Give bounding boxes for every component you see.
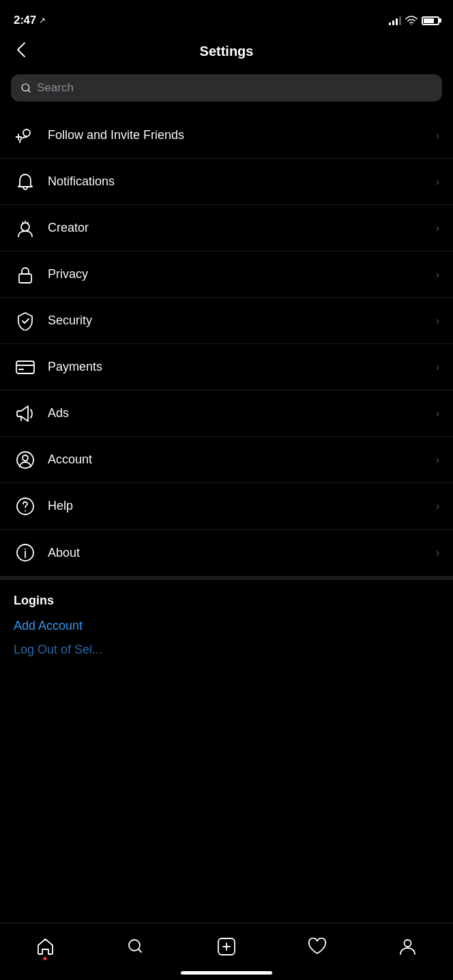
nav-item-add[interactable] [217, 937, 236, 956]
bell-icon [14, 172, 37, 192]
card-icon [14, 360, 37, 375]
menu-label-account: Account [48, 453, 430, 467]
person-circle-icon [14, 450, 37, 470]
heart-icon [308, 937, 327, 956]
menu-label-payments: Payments [48, 360, 430, 374]
search-bar[interactable]: Search [11, 74, 442, 102]
location-icon: ↗ [39, 16, 46, 25]
battery-icon [422, 16, 439, 25]
svg-rect-6 [19, 274, 31, 283]
menu-item-follow[interactable]: Follow and Invite Friends › [0, 112, 453, 159]
menu-item-payments[interactable]: Payments › [0, 344, 453, 391]
add-account-button[interactable]: Add Account [14, 619, 83, 633]
megaphone-icon [14, 404, 37, 423]
svg-point-2 [23, 129, 30, 136]
menu-label-privacy: Privacy [48, 267, 430, 281]
status-time: 2:47 [14, 14, 36, 27]
chevron-icon: › [436, 547, 439, 559]
plus-square-icon [217, 937, 236, 956]
svg-point-11 [23, 455, 28, 461]
chevron-icon: › [436, 176, 439, 188]
menu-label-security: Security [48, 313, 430, 328]
svg-rect-7 [16, 361, 34, 373]
profile-icon [398, 937, 418, 956]
chevron-icon: › [436, 129, 439, 142]
chevron-icon: › [436, 222, 439, 234]
status-icons [389, 16, 439, 25]
menu-item-creator[interactable]: Creator › [0, 205, 453, 251]
menu-item-help[interactable]: Help › [0, 483, 453, 530]
nav-item-activity[interactable] [308, 937, 327, 956]
search-nav-icon [126, 937, 145, 956]
shield-icon [14, 311, 37, 331]
search-placeholder: Search [37, 81, 74, 95]
chevron-icon: › [436, 361, 439, 373]
logins-section: Logins Add Account Log Out of Sel... [0, 580, 453, 662]
svg-point-16 [25, 549, 26, 550]
signal-icon [389, 16, 401, 25]
search-container: Search [0, 69, 453, 107]
chevron-icon: › [436, 269, 439, 281]
menu-label-help: Help [48, 499, 430, 513]
home-icon [35, 937, 55, 956]
settings-menu: Follow and Invite Friends › Notification… [0, 112, 453, 576]
menu-item-account[interactable]: Account › [0, 437, 453, 483]
svg-point-5 [21, 223, 29, 231]
menu-item-privacy[interactable]: Privacy › [0, 251, 453, 298]
menu-label-creator: Creator [48, 221, 430, 235]
menu-label-notifications: Notifications [48, 174, 430, 189]
menu-label-ads: Ads [48, 406, 430, 420]
lock-icon [14, 265, 37, 284]
svg-point-0 [411, 24, 412, 25]
back-button[interactable] [11, 39, 31, 65]
logins-title: Logins [14, 594, 439, 608]
status-bar: 2:47 ↗ [0, 0, 453, 37]
settings-header: Settings [0, 37, 453, 69]
follow-icon [14, 126, 37, 145]
menu-item-notifications[interactable]: Notifications › [0, 159, 453, 205]
chevron-icon: › [436, 454, 439, 466]
search-icon [20, 82, 31, 93]
page-title: Settings [200, 44, 254, 59]
home-active-dot [44, 957, 47, 960]
home-indicator [181, 971, 272, 975]
wifi-icon [405, 16, 418, 25]
question-circle-icon [14, 497, 37, 516]
svg-point-21 [405, 940, 411, 947]
menu-label-about: About [48, 546, 430, 560]
info-circle-icon [14, 543, 37, 562]
nav-item-home[interactable] [35, 937, 55, 956]
menu-label-follow: Follow and Invite Friends [48, 128, 430, 142]
menu-item-security[interactable]: Security › [0, 298, 453, 344]
creator-icon [14, 219, 37, 238]
svg-point-13 [25, 510, 26, 511]
menu-item-about[interactable]: About › [0, 530, 453, 576]
chevron-icon: › [436, 500, 439, 512]
chevron-icon: › [436, 315, 439, 327]
log-out-partial: Log Out of Sel... [14, 643, 439, 662]
nav-item-search[interactable] [126, 937, 145, 956]
nav-item-profile[interactable] [398, 937, 418, 956]
chevron-icon: › [436, 408, 439, 420]
menu-item-ads[interactable]: Ads › [0, 391, 453, 437]
